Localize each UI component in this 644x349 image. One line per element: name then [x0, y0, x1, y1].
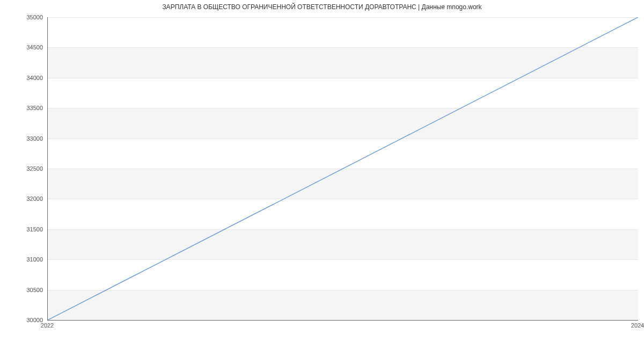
y-tick-label: 30500 [0, 287, 43, 293]
y-tick-label: 34000 [0, 75, 43, 81]
plot-area [47, 17, 638, 321]
y-tick-label: 33000 [0, 135, 43, 142]
y-tick-label: 31000 [0, 256, 43, 263]
y-tick-label: 32500 [0, 165, 43, 172]
chart-container: ЗАРПЛАТА В ОБЩЕСТВО ОГРАНИЧЕННОЙ ОТВЕТСТ… [0, 0, 644, 349]
x-tick-label: 2022 [41, 322, 54, 329]
series-line [48, 17, 638, 320]
y-tick-label: 30000 [0, 317, 43, 323]
y-tick-label: 31500 [0, 226, 43, 232]
line-series [48, 17, 638, 320]
y-tick-label: 34500 [0, 44, 43, 50]
x-tick-label: 2024 [631, 322, 644, 329]
y-tick-label: 33500 [0, 105, 43, 111]
chart-title: ЗАРПЛАТА В ОБЩЕСТВО ОГРАНИЧЕННОЙ ОТВЕТСТ… [0, 3, 644, 11]
y-tick-label: 32000 [0, 195, 43, 202]
y-tick-label: 35000 [0, 14, 43, 20]
